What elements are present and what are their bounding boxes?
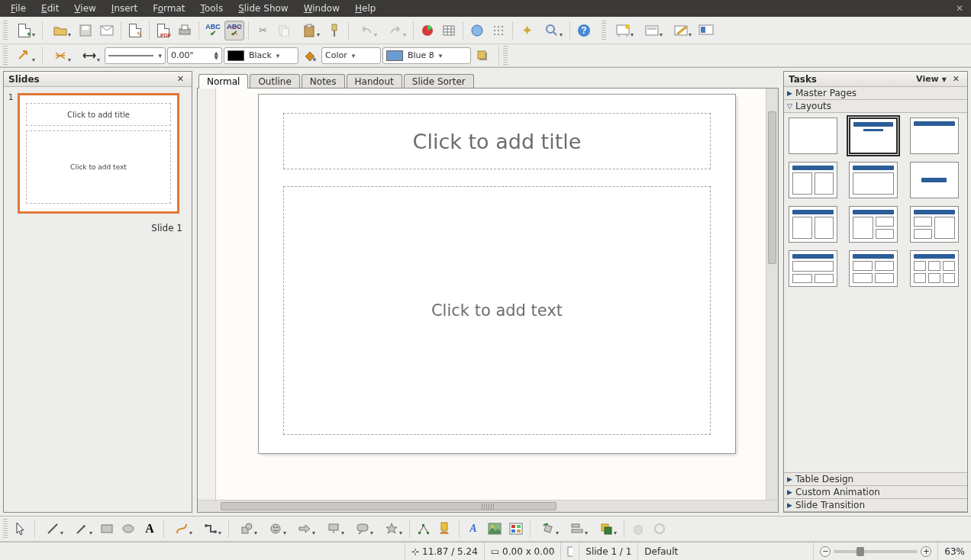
layout-title-4content[interactable] [849,250,898,287]
text-tool[interactable]: A [140,519,160,539]
zoom-in-button[interactable]: + [921,546,931,557]
edit-file-button[interactable]: ✎ [125,21,145,40]
line-style-combo[interactable] [105,47,166,64]
arrow-line-tool[interactable] [68,519,95,539]
basic-shapes-tool[interactable] [233,519,260,539]
tasks-view-menu[interactable]: View ▼ [913,74,950,84]
layout-title-left-2right[interactable] [849,206,898,243]
menu-edit[interactable]: Edit [34,2,66,15]
zoom-slider[interactable] [834,550,918,553]
copy-button[interactable] [274,21,294,40]
extrusion-tool[interactable] [628,519,648,539]
menu-slideshow[interactable]: Slide Show [231,2,296,15]
status-page-style[interactable]: Default [637,542,813,560]
menu-help[interactable]: Help [347,2,383,15]
export-pdf-button[interactable]: PDF [153,21,173,40]
tab-slide-sorter[interactable]: Slide Sorter [404,74,474,89]
section-layouts[interactable]: ▽Layouts [784,99,967,113]
layout-title-top-2bottom[interactable] [789,250,837,287]
status-slide-info[interactable]: Slide 1 / 1 [579,542,637,560]
tab-normal[interactable]: Normal [198,74,248,89]
menu-insert[interactable]: Insert [104,2,145,15]
grid-button[interactable] [489,21,508,40]
align-tool[interactable] [563,519,591,539]
line-style-select[interactable] [47,46,74,66]
paste-button[interactable] [295,21,323,40]
shadow-button[interactable] [473,46,492,66]
zoom-percent[interactable]: 63% [937,542,971,560]
line-width-input[interactable]: 0.00" ▲▼ [167,47,222,64]
layout-title-6content[interactable] [910,250,959,287]
horizontal-scrollbar[interactable] [198,500,778,512]
zoom-button[interactable] [538,21,566,40]
cut-button[interactable]: ✂ [253,21,273,40]
presentation-button[interactable] [696,21,716,40]
hyperlink-button[interactable] [467,21,487,40]
layout-title-only[interactable] [910,117,959,154]
line-endings-button[interactable] [76,46,103,66]
new-doc-button[interactable]: ✦ [11,21,38,40]
symbol-shapes-tool[interactable] [262,519,289,539]
zoom-out-button[interactable]: − [820,546,831,557]
curve-tool[interactable] [168,519,195,539]
callouts-tool[interactable] [349,519,376,539]
line-color-combo[interactable]: Black [224,47,298,64]
fill-mode-combo[interactable]: Color [321,47,381,64]
rectangle-tool[interactable] [97,519,117,539]
section-slide-transition[interactable]: ▶Slide Transition [784,498,967,512]
layout-title-content[interactable] [849,117,898,154]
auto-spellcheck-button[interactable]: ABC✔ [224,21,244,40]
section-table-design[interactable]: ▶Table Design [784,472,967,486]
open-button[interactable] [47,21,74,40]
menu-file[interactable]: File [3,2,34,15]
menu-window[interactable]: Window [296,2,347,15]
slide-thumbnail-1[interactable]: Click to add title Click to add text [18,93,179,214]
toolbar-grip[interactable] [3,46,8,66]
from-file-tool[interactable] [485,519,505,539]
tab-handout[interactable]: Handout [347,74,402,89]
line-tool[interactable] [39,519,66,539]
tab-notes[interactable]: Notes [302,74,345,89]
layout-title-1content[interactable] [849,162,898,198]
gallery-tool[interactable] [506,519,526,539]
slides-panel-close-icon[interactable]: ✕ [174,74,187,84]
table-button[interactable] [439,21,459,40]
slide-button[interactable] [609,21,637,40]
select-tool[interactable] [11,519,31,539]
toolbar-grip[interactable] [3,519,8,539]
tab-outline[interactable]: Outline [250,74,299,89]
slide-layout-button[interactable] [667,21,695,40]
menu-format[interactable]: Format [145,2,192,15]
ellipse-tool[interactable] [118,519,138,539]
section-custom-animation[interactable]: ▶Custom Animation [784,485,967,499]
vertical-scrollbar[interactable] [766,89,778,500]
toolbar-grip[interactable] [602,21,606,40]
layout-title-2content[interactable] [789,162,837,198]
menu-tools[interactable]: Tools [193,2,231,15]
layout-centered[interactable] [910,162,959,198]
interaction-tool[interactable] [650,519,669,539]
flowchart-tool[interactable] [320,519,347,539]
slide-design-button[interactable] [638,21,666,40]
slide-canvas[interactable]: Click to add title Click to add text [259,95,735,453]
layout-title-2row[interactable] [789,206,837,243]
format-paintbrush-button[interactable] [324,21,344,40]
layout-title-2left-right[interactable] [910,206,959,243]
fontwork-tool[interactable]: A [463,519,483,539]
spellcheck-button[interactable]: ABC✔ [203,21,223,40]
section-master-pages[interactable]: ▶Master Pages [784,87,967,100]
print-button[interactable] [175,21,195,40]
arrow-style-button[interactable] [11,46,38,66]
area-fill-button[interactable] [300,46,320,66]
arrange-tool[interactable] [592,519,620,539]
save-button[interactable] [76,21,95,40]
toolbar-grip[interactable] [3,21,8,40]
tasks-panel-close-icon[interactable]: ✕ [950,74,963,84]
gluepoints-tool[interactable] [435,519,455,539]
editor-viewport[interactable]: Click to add title Click to add text [198,89,778,512]
rotate-tool[interactable] [534,519,562,539]
undo-button[interactable] [353,21,380,40]
email-button[interactable] [97,21,117,40]
redo-button[interactable] [382,21,409,40]
chart-button[interactable] [418,21,437,40]
